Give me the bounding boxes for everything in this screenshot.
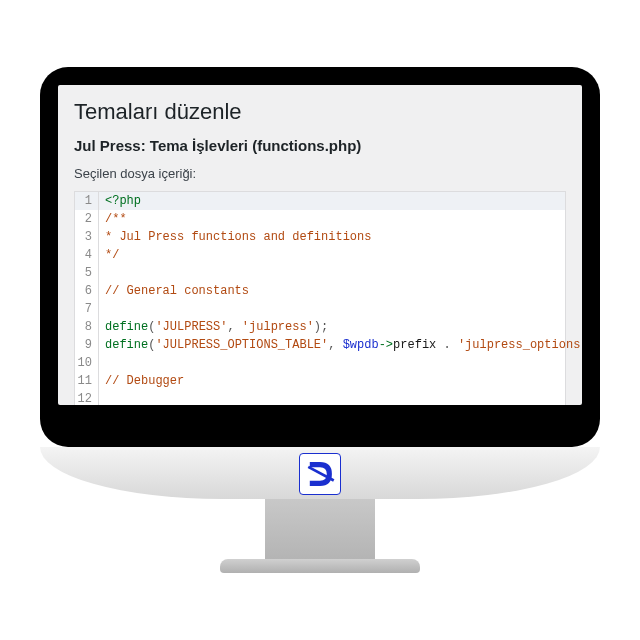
line-number: 11 [75, 372, 99, 390]
line-number: 10 [75, 354, 99, 372]
code-line[interactable]: 4 */ [75, 246, 565, 264]
code-line[interactable]: 10 [75, 354, 565, 372]
line-number: 3 [75, 228, 99, 246]
monitor-chin [40, 447, 600, 499]
line-content[interactable]: */ [99, 246, 565, 264]
line-number: 4 [75, 246, 99, 264]
line-number: 7 [75, 300, 99, 318]
page-subtitle: Jul Press: Tema İşlevleri (functions.php… [74, 137, 566, 154]
monitor-foot [220, 559, 420, 573]
code-line[interactable]: 6// General constants [75, 282, 565, 300]
code-line[interactable]: 8define('JULPRESS', 'julpress'); [75, 318, 565, 336]
line-content[interactable] [99, 300, 565, 318]
code-line[interactable]: 12 [75, 390, 565, 405]
page-title: Temaları düzenle [74, 99, 566, 125]
line-number: 1 [75, 192, 99, 210]
monitor-neck [265, 499, 375, 559]
line-number: 5 [75, 264, 99, 282]
line-content[interactable]: <?php [99, 192, 565, 210]
line-content[interactable] [99, 390, 565, 405]
line-content[interactable] [99, 354, 565, 372]
app-screen: Temaları düzenle Jul Press: Tema İşlevle… [58, 85, 582, 405]
monitor-bezel: Temaları düzenle Jul Press: Tema İşlevle… [40, 67, 600, 447]
line-content[interactable]: /** [99, 210, 565, 228]
code-editor[interactable]: 1<?php2/**3 * Jul Press functions and de… [74, 191, 566, 405]
line-content[interactable]: // Debugger [99, 372, 565, 390]
monitor-frame: Temaları düzenle Jul Press: Tema İşlevle… [40, 67, 600, 573]
code-line[interactable]: 7 [75, 300, 565, 318]
line-content[interactable]: * Jul Press functions and definitions [99, 228, 565, 246]
line-content[interactable]: // General constants [99, 282, 565, 300]
code-line[interactable]: 11// Debugger [75, 372, 565, 390]
line-content[interactable]: define('JULPRESS', 'julpress'); [99, 318, 565, 336]
line-number: 9 [75, 336, 99, 354]
code-line[interactable]: 3 * Jul Press functions and definitions [75, 228, 565, 246]
line-content[interactable]: define('JULPRESS_OPTIONS_TABLE', $wpdb->… [99, 336, 582, 354]
logo-d-icon [303, 457, 337, 491]
logo-badge [299, 453, 341, 495]
line-number: 2 [75, 210, 99, 228]
code-line[interactable]: 2/** [75, 210, 565, 228]
code-line[interactable]: 9define('JULPRESS_OPTIONS_TABLE', $wpdb-… [75, 336, 565, 354]
code-line[interactable]: 1<?php [75, 192, 565, 210]
line-content[interactable] [99, 264, 565, 282]
file-content-label: Seçilen dosya içeriği: [74, 166, 566, 181]
code-line[interactable]: 5 [75, 264, 565, 282]
line-number: 6 [75, 282, 99, 300]
line-number: 8 [75, 318, 99, 336]
line-number: 12 [75, 390, 99, 405]
